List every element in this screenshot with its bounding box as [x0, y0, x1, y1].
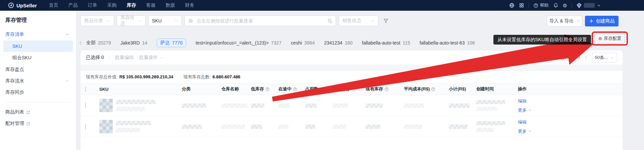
warehouse-tab[interactable]: 萨达7770 — [157, 39, 186, 47]
nav-item-订单[interactable]: 订单 — [88, 2, 97, 8]
user-menu[interactable]: S — [576, 3, 601, 8]
more-link[interactable]: 更多 — [518, 107, 541, 113]
column-help-icon[interactable] — [265, 87, 270, 91]
redacted-block — [404, 125, 422, 129]
warehouse-tab[interactable]: fallabella-auto-test115 — [362, 40, 410, 46]
warehouse-tab[interactable]: ceshi3984 — [291, 40, 315, 46]
nav-item-产品[interactable]: 产品 — [68, 2, 78, 8]
edit-link[interactable]: 编辑 — [518, 119, 541, 125]
filter-funnel-icon[interactable] — [383, 18, 389, 24]
redacted-block — [404, 103, 424, 108]
column-help-icon[interactable] — [293, 87, 297, 91]
warehouse-tab[interactable]: 全部20279 — [86, 40, 111, 46]
column-header-创建时间: 创建时间 — [476, 86, 518, 92]
tab-name: 全部 — [86, 40, 96, 46]
warehouse-tab[interactable]: test<input/onfocus=_=alert,_(123)>7327 — [196, 40, 281, 46]
search-icon[interactable] — [327, 18, 332, 23]
warehouse-tabs-row: 全部20279Jake3RD14萨达7770test<input/onfocus… — [78, 38, 475, 48]
plus-icon — [589, 19, 594, 23]
sidebar-divider — [5, 102, 71, 102]
nav-item-首页[interactable]: 首页 — [49, 2, 58, 8]
settings-gear-icon[interactable]: ⚙ — [563, 3, 567, 8]
redacted-block — [182, 125, 202, 129]
sidebar-item-SKU[interactable]: SKU — [3, 41, 73, 52]
stock-status-placeholder: 库存状态 — [120, 15, 138, 27]
row-checkbox[interactable] — [85, 102, 86, 108]
sale-status-select[interactable]: 销售状态 — [339, 15, 378, 26]
sidebar: 库存管理 库存清单SKU组合SKU库存盘点库存流水库存同步 商品列表配对管理 — [0, 11, 76, 150]
sidebar-item-库存流水[interactable]: 库存流水 — [0, 75, 76, 87]
brand-logo[interactable]: UpSeller — [8, 2, 37, 8]
data-cell-redacted — [404, 125, 449, 129]
batch-search-box — [184, 15, 336, 26]
tab-name: 萨达 — [160, 40, 170, 46]
nav-item-数据[interactable]: 数据 — [166, 2, 175, 8]
tab-count: 160 — [345, 40, 353, 46]
redacted-block — [366, 103, 383, 108]
create-product-button[interactable]: 创建商品 — [585, 16, 619, 26]
redacted-block — [305, 125, 315, 129]
sidebar-item-库存盘点[interactable]: 库存盘点 — [0, 64, 76, 75]
help-button[interactable]: 帮助 — [533, 2, 549, 8]
search-type-select[interactable]: SKU — [148, 15, 182, 26]
chevron-down-icon — [610, 56, 614, 60]
batch-menu-icon[interactable] — [188, 18, 193, 23]
product-thumbnail-redacted — [99, 120, 113, 133]
column-label: 小计(R$) — [449, 86, 466, 92]
sidebar-item-组合SKU[interactable]: 组合SKU — [3, 52, 73, 64]
column-label: 创建时间 — [476, 86, 494, 92]
edit-link[interactable]: 编辑 — [518, 98, 541, 104]
row-actions: 编辑更多 — [518, 119, 541, 134]
tab-count: 115 — [402, 40, 410, 46]
bulk-edit-button[interactable]: 批量编辑 — [115, 55, 134, 61]
column-help-icon[interactable] — [352, 87, 356, 91]
nav-item-采购[interactable]: 采购 — [107, 2, 117, 8]
row-actions: 编辑更多 — [518, 98, 541, 113]
search-input[interactable] — [196, 18, 325, 24]
chevron-down-icon — [576, 19, 580, 23]
notifications-bell-icon[interactable] — [553, 3, 558, 8]
tabs-scroll-left-icon[interactable] — [78, 41, 83, 45]
main-area: 商品分类 库存状态 SKU 销售状态 导入 & 导出 创建商品 全部20 — [76, 11, 644, 150]
import-export-button[interactable]: 导入 & 导出 — [547, 16, 582, 26]
row-checkbox-cell — [85, 103, 99, 108]
bulk-actions-button[interactable]: 批量操作 — [139, 55, 163, 61]
help-circle-icon — [533, 3, 538, 8]
row-checkbox-cell — [85, 124, 99, 129]
nav-item-客服[interactable]: 客服 — [146, 2, 156, 8]
pagination-next-icon[interactable] — [584, 56, 588, 60]
sku-cell-redacted — [99, 99, 182, 112]
sidebar-link-配对管理[interactable]: 配对管理 — [0, 118, 76, 129]
column-label: 现有库存 — [366, 86, 383, 92]
nav-divider — [572, 3, 572, 8]
language-globe-icon[interactable] — [509, 3, 515, 8]
nav-item-库存[interactable]: 库存 — [127, 2, 136, 8]
select-all-checkbox[interactable] — [85, 86, 86, 92]
sidebar-item-库存同步[interactable]: 库存同步 — [0, 87, 76, 98]
sort-button[interactable]: 排序 — [530, 53, 552, 63]
stock-status-select[interactable]: 库存状态 — [117, 15, 146, 26]
warehouse-tab[interactable]: 2341234160 — [324, 40, 353, 46]
column-header-在途中: 在途中 — [278, 86, 305, 92]
column-help-icon[interactable] — [320, 87, 324, 91]
row-checkbox[interactable] — [85, 124, 86, 130]
sidebar-item-库存清单[interactable]: 库存清单 — [0, 29, 76, 40]
page-size-select[interactable]: 50条... — [592, 53, 617, 63]
category-select[interactable]: 商品分类 — [80, 15, 114, 26]
warehouse-tab[interactable]: Jake3RD14 — [120, 40, 147, 46]
stat-total-count: 现有库存总数:6.880.607.486 — [183, 74, 240, 80]
inventory-config-button[interactable]: ⚙ 库存配置 — [595, 33, 625, 44]
more-link[interactable]: 更多 — [518, 128, 541, 134]
sku-text-redacted — [116, 121, 151, 132]
chevron-down-icon — [174, 19, 178, 23]
nav-item-财务[interactable]: 财务 — [185, 2, 195, 8]
sidebar-item-label: 库存清单 — [5, 31, 24, 38]
data-cell-redacted — [221, 103, 251, 108]
column-help-icon[interactable] — [384, 87, 389, 91]
column-help-icon[interactable] — [431, 87, 435, 91]
nav-menu: 首页产品订单采购库存客服数据财务 — [49, 2, 195, 8]
sidebar-link-商品列表[interactable]: 商品列表 — [0, 106, 76, 118]
inventory-card: 已选择 0 批量编辑 批量操作 排序 总计 7770 — [80, 51, 623, 150]
apps-grid-icon[interactable] — [519, 3, 524, 8]
warehouse-tab[interactable]: fallabella-auto-test-63106 — [420, 40, 475, 46]
